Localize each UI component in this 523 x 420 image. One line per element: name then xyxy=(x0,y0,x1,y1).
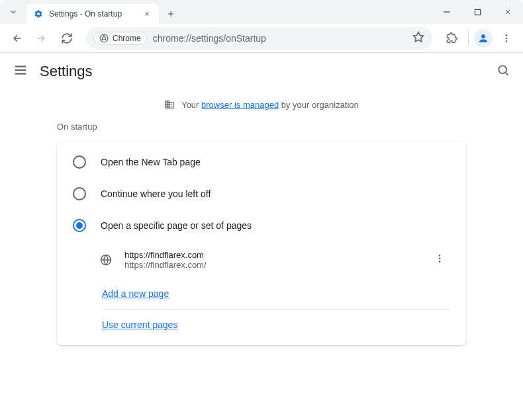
gear-icon xyxy=(33,9,44,19)
new-tab-button[interactable] xyxy=(162,4,180,24)
radio-icon xyxy=(73,187,86,200)
svg-point-27 xyxy=(439,255,441,257)
close-tab-icon[interactable] xyxy=(142,9,152,19)
svg-line-13 xyxy=(101,39,103,40)
address-bar[interactable]: Chrome chrome://settings/onStartup xyxy=(86,27,432,50)
add-page-row: Add a new page xyxy=(57,278,466,309)
site-chip-label: Chrome xyxy=(113,34,141,43)
separator xyxy=(468,30,469,46)
profile-avatar[interactable] xyxy=(474,29,493,48)
forward-button[interactable] xyxy=(30,27,53,50)
svg-rect-5 xyxy=(475,9,480,15)
search-icon[interactable] xyxy=(497,63,510,79)
tab-title: Settings - On startup xyxy=(49,9,142,19)
chrome-logo-icon xyxy=(99,34,109,43)
extensions-button[interactable] xyxy=(440,27,463,50)
startup-card: Open the New Tab page Continue where you… xyxy=(57,141,466,345)
radio-new-tab[interactable]: Open the New Tab page xyxy=(57,146,466,178)
svg-point-18 xyxy=(506,37,508,39)
svg-point-23 xyxy=(499,65,506,73)
radio-label: Open the New Tab page xyxy=(101,157,201,167)
svg-point-16 xyxy=(481,34,485,38)
chrome-menu-button[interactable] xyxy=(495,27,518,50)
bookmark-star-icon[interactable] xyxy=(412,31,424,46)
radio-label: Open a specific page or set of pages xyxy=(101,220,252,231)
building-icon xyxy=(164,99,175,110)
page-entry-menu-icon[interactable] xyxy=(429,248,450,272)
maximize-button[interactable] xyxy=(462,0,493,24)
svg-line-14 xyxy=(105,39,107,40)
reload-button[interactable] xyxy=(56,27,78,50)
svg-point-29 xyxy=(439,261,441,263)
settings-content: On startup Open the New Tab page Continu… xyxy=(0,122,523,345)
radio-label: Continue where you left off xyxy=(101,189,211,199)
section-title: On startup xyxy=(57,122,466,132)
minimize-button[interactable] xyxy=(432,0,462,24)
svg-point-19 xyxy=(506,40,508,42)
svg-line-24 xyxy=(506,73,508,75)
tab-search-dropdown[interactable] xyxy=(0,0,26,24)
window-controls xyxy=(432,0,523,24)
use-current-pages-link[interactable]: Use current pages xyxy=(102,319,177,330)
back-button[interactable] xyxy=(5,27,28,50)
close-window-button[interactable] xyxy=(493,0,523,24)
startup-page-title: https://findflarex.com xyxy=(124,250,429,260)
settings-header: Settings xyxy=(0,53,523,90)
url-text: chrome://settings/onStartup xyxy=(153,33,266,44)
page-title: Settings xyxy=(40,63,93,80)
browser-toolbar: Chrome chrome://settings/onStartup xyxy=(0,24,523,53)
svg-point-28 xyxy=(439,258,441,260)
globe-icon xyxy=(99,254,113,266)
radio-specific-pages[interactable]: Open a specific page or set of pages xyxy=(57,210,466,241)
radio-icon xyxy=(73,155,86,169)
startup-page-url: https://findflarex.com/ xyxy=(124,260,429,270)
active-tab[interactable]: Settings - On startup xyxy=(26,4,159,24)
managed-notice: Your browser is managed by your organiza… xyxy=(0,90,523,122)
startup-page-entry: https://findflarex.com https://findflare… xyxy=(57,241,466,278)
managed-link[interactable]: browser is managed xyxy=(201,100,279,110)
radio-continue[interactable]: Continue where you left off xyxy=(57,178,466,210)
radio-icon xyxy=(73,219,86,232)
use-current-row: Use current pages xyxy=(57,310,466,340)
managed-suffix: by your organization xyxy=(281,100,359,110)
add-new-page-link[interactable]: Add a new page xyxy=(102,288,169,299)
svg-point-17 xyxy=(506,34,508,36)
site-chip[interactable]: Chrome xyxy=(94,32,146,44)
managed-prefix: Your xyxy=(181,100,199,110)
svg-marker-15 xyxy=(414,32,424,41)
menu-icon[interactable] xyxy=(13,63,28,80)
window-titlebar: Settings - On startup xyxy=(0,0,523,24)
